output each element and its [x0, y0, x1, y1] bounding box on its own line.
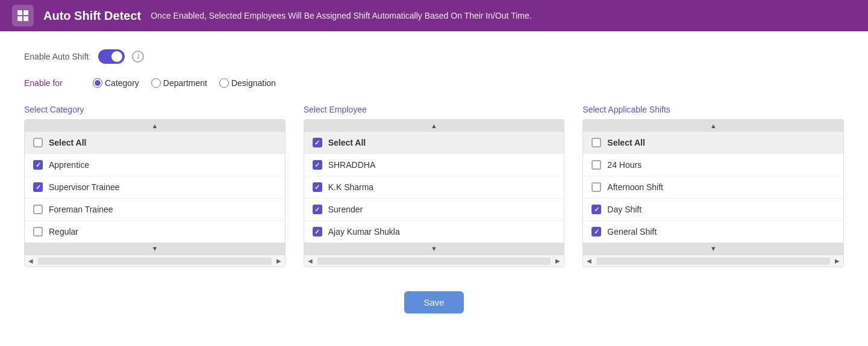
shifts-scroll-left[interactable]: ◀: [583, 255, 595, 267]
category-item-apprentice-checkbox[interactable]: [33, 160, 43, 170]
shifts-select-all-checkbox[interactable]: [592, 138, 601, 147]
employee-list-inner: Select All SHRADDHA K.K Sharma Surender: [304, 132, 564, 243]
shifts-hscroll-track: [596, 258, 830, 265]
shifts-item-afternoon-checkbox[interactable]: [592, 182, 601, 192]
category-scroll-up[interactable]: ▲: [25, 120, 285, 132]
category-list-section: Select Category ▲ Select All Apprentice: [24, 105, 286, 267]
svg-rect-2: [17, 16, 22, 21]
employee-select-all-checkbox[interactable]: [313, 138, 322, 147]
shifts-list-wrapper: ▲ Select All 24 Hours Afternoon Shift: [582, 119, 844, 267]
main-content: Enable Auto Shift i Enable for Category …: [0, 31, 868, 346]
app-header: Auto Shift Detect Once Enabled, Selected…: [0, 0, 868, 31]
radio-department[interactable]: Department: [151, 78, 207, 88]
enable-for-radio-group: Category Department Designation: [93, 78, 276, 88]
category-list-title: Select Category: [24, 105, 286, 114]
employee-hscroll: ◀ ▶: [304, 255, 564, 267]
shifts-scroll-down[interactable]: ▼: [583, 243, 843, 255]
enable-for-label: Enable for: [24, 78, 78, 88]
category-list-inner: Select All Apprentice Supervisor Trainee…: [25, 132, 285, 243]
employee-hscroll-track: [317, 258, 551, 265]
category-select-all-checkbox[interactable]: [33, 138, 43, 147]
shifts-item-24hours-checkbox[interactable]: [592, 160, 601, 170]
category-item-regular-checkbox[interactable]: [33, 227, 43, 236]
employee-list-title: Select Employee: [304, 105, 565, 114]
employee-select-all[interactable]: Select All: [304, 132, 564, 154]
employee-item-shraddha[interactable]: SHRADDHA: [304, 154, 564, 176]
category-item-supervisor-trainee-checkbox[interactable]: [33, 182, 43, 192]
info-icon[interactable]: i: [132, 51, 144, 63]
category-item-regular[interactable]: Regular: [25, 221, 285, 243]
enable-auto-shift-label: Enable Auto Shift: [24, 52, 89, 61]
lists-container: Select Category ▲ Select All Apprentice: [24, 105, 844, 267]
shifts-scroll-up[interactable]: ▲: [583, 120, 843, 132]
employee-scroll-left[interactable]: ◀: [304, 255, 316, 267]
radio-category[interactable]: Category: [93, 78, 139, 88]
employee-list-wrapper: ▲ Select All SHRADDHA K.K Sharma: [304, 119, 565, 267]
shifts-select-all[interactable]: Select All: [583, 132, 843, 154]
shifts-list-inner: Select All 24 Hours Afternoon Shift Day …: [583, 132, 843, 243]
header-description: Once Enabled, Selected Employees Will Be…: [151, 11, 531, 20]
shifts-item-day[interactable]: Day Shift: [583, 199, 843, 221]
svg-rect-0: [17, 10, 22, 15]
shifts-item-afternoon[interactable]: Afternoon Shift: [583, 176, 843, 199]
employee-item-ajay[interactable]: Ajay Kumar Shukla: [304, 221, 564, 243]
shifts-scroll-right[interactable]: ▶: [831, 255, 843, 267]
employee-item-surender[interactable]: Surender: [304, 199, 564, 221]
category-list-wrapper: ▲ Select All Apprentice Supervisor Trai: [24, 119, 286, 267]
category-item-supervisor-trainee[interactable]: Supervisor Trainee: [25, 176, 285, 199]
enable-auto-shift-row: Enable Auto Shift i: [24, 49, 844, 64]
app-icon: [12, 5, 34, 26]
category-scroll-left[interactable]: ◀: [25, 255, 37, 267]
employee-scroll-right[interactable]: ▶: [552, 255, 564, 267]
radio-designation[interactable]: Designation: [219, 78, 276, 88]
employee-item-ajay-checkbox[interactable]: [313, 227, 322, 236]
employee-scroll-up[interactable]: ▲: [304, 120, 564, 132]
shifts-list-title: Select Applicable Shifts: [582, 105, 844, 114]
auto-shift-toggle[interactable]: [98, 49, 125, 64]
employee-item-kk-sharma-checkbox[interactable]: [313, 182, 322, 192]
employee-item-kk-sharma[interactable]: K.K Sharma: [304, 176, 564, 199]
category-scroll-down[interactable]: ▼: [25, 243, 285, 255]
category-scroll-right[interactable]: ▶: [273, 255, 285, 267]
category-hscroll: ◀ ▶: [25, 255, 285, 267]
category-item-foreman-trainee-checkbox[interactable]: [33, 205, 43, 214]
shifts-list-section: Select Applicable Shifts ▲ Select All 24…: [582, 105, 844, 267]
shifts-hscroll: ◀ ▶: [583, 255, 843, 267]
svg-rect-3: [23, 16, 28, 21]
category-item-apprentice[interactable]: Apprentice: [25, 154, 285, 176]
employee-item-shraddha-checkbox[interactable]: [313, 160, 322, 170]
save-row: Save: [24, 291, 844, 314]
save-button[interactable]: Save: [404, 291, 463, 314]
category-select-all[interactable]: Select All: [25, 132, 285, 154]
employee-scroll-down[interactable]: ▼: [304, 243, 564, 255]
shifts-item-day-checkbox[interactable]: [592, 205, 601, 214]
category-hscroll-track: [38, 258, 272, 265]
svg-rect-1: [23, 10, 28, 15]
shifts-item-24hours[interactable]: 24 Hours: [583, 154, 843, 176]
shifts-item-general[interactable]: General Shift: [583, 221, 843, 243]
shifts-item-general-checkbox[interactable]: [592, 227, 601, 236]
page-title: Auto Shift Detect: [43, 9, 141, 23]
employee-item-surender-checkbox[interactable]: [313, 205, 322, 214]
enable-for-row: Enable for Category Department Designati…: [24, 78, 844, 88]
employee-list-section: Select Employee ▲ Select All SHRADDHA: [304, 105, 565, 267]
category-item-foreman-trainee[interactable]: Foreman Trainee: [25, 199, 285, 221]
